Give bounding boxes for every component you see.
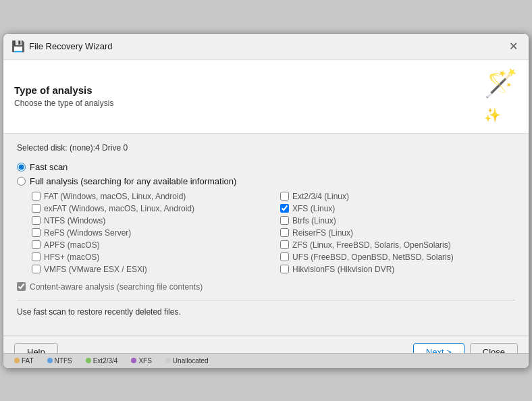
fs-ntfs-label: NTFS (Windows) [44,216,105,225]
taskbar-unalloc-label: Unallocated [173,357,209,365]
fs-hfsplus-label: HFS+ (macOS) [44,252,99,262]
fs-apfs: APFS (macOS) [32,239,267,251]
fs-ufs: UFS (FreeBSD, OpenBSD, NetBSD, Solaris) [280,251,515,263]
fs-vmfs-label: VMFS (VMware ESX / ESXi) [44,265,147,274]
fat-dot [14,358,20,363]
taskbar-fat-label: FAT [22,357,34,365]
dialog-title: File Recovery Wizard [29,41,113,51]
fs-reiserfs: ReiserFS (Linux) [280,227,515,239]
fs-fat-checkbox[interactable] [32,192,41,200]
selected-disk-label: Selected disk: (none):4 Drive 0 [17,143,515,153]
fs-hikvision: HikvisionFS (Hikvision DVR) [280,263,515,275]
taskbar-xfs: XFS [126,356,157,365]
full-analysis-radio[interactable] [17,177,26,186]
title-bar: 💾 File Recovery Wizard ✕ [3,34,529,60]
header-subtitle: Choose the type of analysis [14,99,113,108]
header-text: Type of analysis Choose the type of anal… [14,84,113,108]
taskbar-ntfs-label: NTFS [55,357,72,365]
fs-reiserfs-checkbox[interactable] [280,228,289,237]
fs-left-col: FAT (Windows, macOS, Linux, Android) exF… [32,190,267,275]
header-title: Type of analysis [14,84,113,96]
taskbar-fat: FAT [9,356,39,365]
fs-reiserfs-label: ReiserFS (Linux) [292,228,353,238]
fs-ext234-checkbox[interactable] [280,192,289,200]
fs-ext234-label: Ext2/3/4 (Linux) [292,192,349,201]
fs-ext234: Ext2/3/4 (Linux) [280,190,515,203]
fs-right-col: Ext2/3/4 (Linux) XFS (Linux) Btrfs (Linu… [280,190,515,275]
fs-hfsplus-checkbox[interactable] [32,252,41,261]
taskbar-ext-label: Ext2/3/4 [93,357,118,365]
taskbar-xfs-label: XFS [138,357,151,365]
fs-btrfs: Btrfs (Linux) [280,215,515,227]
filesystem-grid: FAT (Windows, macOS, Linux, Android) exF… [32,190,515,275]
fs-fat-label: FAT (Windows, macOS, Linux, Android) [44,192,186,201]
full-analysis-option[interactable]: Full analysis (searching for any availab… [17,176,515,186]
taskbar-strip: FAT NTFS Ext2/3/4 XFS Unallocated [3,353,529,368]
fs-refs: ReFS (Windows Server) [32,227,267,239]
taskbar-unalloc: Unallocated [160,356,214,365]
fs-vmfs: VMFS (VMware ESX / ESXi) [32,263,267,275]
taskbar-ntfs: NTFS [42,356,78,365]
fs-hfsplus: HFS+ (macOS) [32,251,267,263]
scan-option-group: Fast scan Full analysis (searching for a… [17,162,515,275]
content-aware-label[interactable]: Content-aware analysis (searching file c… [30,282,203,292]
fs-hikvision-checkbox[interactable] [280,265,289,273]
taskbar-ext: Ext2/3/4 [80,356,124,365]
file-recovery-dialog: 💾 File Recovery Wizard ✕ Type of analysi… [3,33,529,369]
fs-exfat-checkbox[interactable] [32,204,41,213]
full-analysis-label[interactable]: Full analysis (searching for any availab… [30,176,236,186]
fs-exfat-label: exFAT (Windows, macOS, Linux, Android) [44,204,194,213]
fast-scan-option[interactable]: Fast scan [17,162,515,172]
fs-ufs-checkbox[interactable] [280,252,289,261]
fs-ntfs: NTFS (Windows) [32,215,267,227]
hint-text: Use fast scan to restore recently delete… [17,307,515,317]
app-icon: 💾 [11,40,25,53]
fs-xfs-checkbox[interactable] [280,204,289,213]
fs-refs-checkbox[interactable] [32,228,41,237]
xfs-dot [131,358,136,363]
fs-fat: FAT (Windows, macOS, Linux, Android) [32,190,267,203]
fs-xfs: XFS (Linux) [280,203,515,215]
fs-apfs-checkbox[interactable] [32,240,41,249]
fs-xfs-label: XFS (Linux) [292,204,335,213]
fs-btrfs-label: Btrfs (Linux) [292,216,336,225]
fs-zfs-checkbox[interactable] [280,240,289,249]
content-area: Selected disk: (none):4 Drive 0 Fast sca… [3,134,529,336]
fast-scan-label[interactable]: Fast scan [30,162,68,172]
wizard-icon: 🪄✨ [484,70,518,124]
fs-exfat: exFAT (Windows, macOS, Linux, Android) [32,203,267,215]
content-aware-checkbox[interactable] [17,282,26,291]
fast-scan-radio[interactable] [17,163,26,171]
divider [17,300,515,300]
fs-zfs-label: ZFS (Linux, FreeBSD, Solaris, OpenSolari… [292,240,451,250]
fs-apfs-label: APFS (macOS) [44,240,100,250]
fs-ufs-label: UFS (FreeBSD, OpenBSD, NetBSD, Solaris) [292,252,454,262]
fs-btrfs-checkbox[interactable] [280,216,289,225]
close-window-button[interactable]: ✕ [506,39,521,54]
fs-zfs: ZFS (Linux, FreeBSD, Solaris, OpenSolari… [280,239,515,251]
fs-hikvision-label: HikvisionFS (Hikvision DVR) [292,265,394,274]
title-bar-left: 💾 File Recovery Wizard [11,40,113,53]
content-aware-section: Content-aware analysis (searching file c… [17,282,515,292]
unalloc-dot [165,358,171,363]
fs-vmfs-checkbox[interactable] [32,265,41,273]
fs-refs-label: ReFS (Windows Server) [44,228,131,238]
header-section: Type of analysis Choose the type of anal… [3,60,529,134]
ext-dot [86,358,91,363]
ntfs-dot [47,358,53,363]
fs-ntfs-checkbox[interactable] [32,216,41,225]
